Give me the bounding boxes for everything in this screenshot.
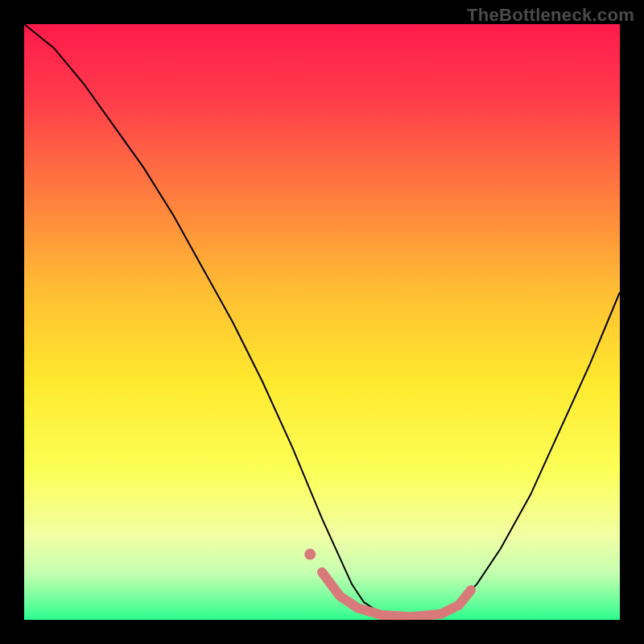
plot-area: [24, 24, 620, 620]
chart-stage: TheBottleneck.com: [0, 0, 644, 644]
optimal-dot-left: [304, 549, 316, 560]
watermark-text: TheBottleneck.com: [467, 5, 634, 26]
optimal-band: [322, 572, 471, 617]
curve-layer: [24, 24, 620, 620]
bottleneck-curve: [24, 24, 620, 620]
